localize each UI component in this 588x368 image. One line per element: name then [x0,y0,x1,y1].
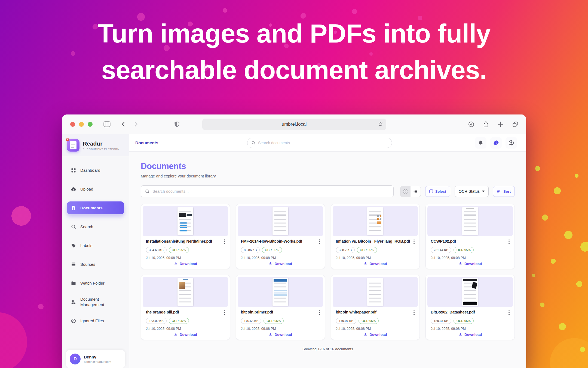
thumbnail-page [462,278,478,306]
back-icon[interactable] [120,121,126,127]
kebab-menu-icon[interactable] [509,239,510,244]
download-link[interactable]: Download [236,262,325,266]
reload-icon[interactable] [378,122,383,127]
kebab-menu-icon[interactable] [319,239,320,244]
topbar-search[interactable] [247,138,392,148]
document-thumbnail [333,206,418,236]
topbar-search-input[interactable] [258,141,388,145]
download-link[interactable]: Download [331,333,420,337]
sidebar-item-label: Upload [80,186,93,192]
documents-search[interactable] [141,185,394,197]
kebab-menu-icon[interactable] [224,239,225,244]
document-date: Jul 10, 2025, 09:08 PM [146,327,225,331]
grid-view-icon [403,189,408,194]
document-date: Jul 10, 2025, 09:08 PM [431,256,510,260]
sidebar-item-sources[interactable]: Sources [67,258,124,271]
theme-toggle-button[interactable] [490,137,502,149]
card-body: the orange pill.pdf 183.02 KB OCR 95% Ju… [143,307,228,331]
card-body: bitcoin.primer.pdf 176.66 KB OCR 95% Jul… [238,307,323,331]
close-window-button[interactable] [70,122,75,127]
download-link[interactable]: Download [331,262,420,266]
document-card[interactable]: FMF-2014-How-Bitcoin-Works.pdf 86.86 KB … [236,204,325,269]
download-icon [268,262,272,266]
thumb-decor [277,209,283,209]
topbar-actions [475,137,517,149]
grid-view-button[interactable] [400,186,411,197]
sidebar-item-labels[interactable]: Labels [67,239,124,252]
kebab-menu-icon[interactable] [224,310,225,315]
download-link[interactable]: Download [141,262,230,266]
thumb-decor [466,209,474,209]
ocr-badge: OCR 95% [454,247,474,253]
download-link[interactable]: Download [426,262,514,266]
user-gear-icon [71,299,76,305]
download-icon [458,333,463,337]
thumb-decor [187,214,192,216]
address-bar[interactable]: umbrel.local [202,119,386,130]
download-icon[interactable] [468,121,474,128]
kebab-menu-icon[interactable] [414,239,415,244]
kebab-menu-icon[interactable] [319,310,320,315]
notifications-button[interactable] [475,137,486,149]
ocr-status-dropdown[interactable]: OCR Status [455,186,489,197]
share-icon[interactable] [483,121,489,128]
forward-icon[interactable] [133,121,139,127]
tab-overview-icon[interactable] [512,121,519,128]
document-card[interactable]: Inflation vs. Bitcoin_ Flyer lang_RGB.pd… [331,204,420,269]
thumb-decor [274,292,287,294]
browser-toolbar: umbrel.local [62,114,526,134]
label-tag-icon [71,243,76,248]
zoom-window-button[interactable] [88,122,93,127]
user-card[interactable]: D Denny admin@readur.com [66,350,125,368]
sidebar-toggle-icon[interactable] [103,121,111,127]
new-tab-icon[interactable] [497,121,504,128]
sort-button[interactable]: Sort [493,186,515,197]
document-name: bitcoin.primer.pdf [241,310,273,314]
select-button[interactable]: Select [425,186,450,197]
sidebar-item-watch-folder[interactable]: Watch Folder [67,277,124,289]
document-name: FMF-2014-How-Bitcoin-Works.pdf [241,239,302,243]
sidebar-item-label: Sources [80,262,95,267]
ocr-badge: OCR 95% [262,247,282,253]
thumbnail-page [367,278,383,306]
kebab-menu-icon[interactable] [414,310,415,315]
sidebar-item-label: Dashboard [80,168,100,173]
download-link[interactable]: Download [236,333,325,337]
kebab-menu-icon[interactable] [509,310,510,315]
download-icon [174,333,178,337]
thumbnail-page [367,207,383,235]
thumb-decor [274,290,287,291]
download-label: Download [274,333,292,337]
breadcrumb[interactable]: Documents [135,140,158,145]
user-info: Denny admin@readur.com [84,355,111,363]
minimize-window-button[interactable] [79,122,84,127]
account-button[interactable] [506,137,517,149]
shield-icon[interactable] [174,121,180,128]
document-card[interactable]: CCWP102.pdf 231.44 KB OCR 95% Jul 10, 20… [425,204,515,269]
search-icon [71,224,76,230]
document-card[interactable]: the orange pill.pdf 183.02 KB OCR 95% Ju… [141,275,230,340]
thumb-decor [380,215,381,217]
list-view-button[interactable] [411,186,421,197]
document-thumbnail [427,206,513,236]
document-card[interactable]: bitcoin whitepaper.pdf 179.97 KB OCR 95%… [331,275,420,340]
download-link[interactable]: Download [426,333,514,337]
download-label: Download [274,262,292,266]
document-card[interactable]: bitcoin.primer.pdf 176.66 KB OCR 95% Jul… [236,275,325,340]
sidebar-item-dashboard[interactable]: Dashboard [67,164,124,177]
sidebar-item-document-management[interactable]: Document Management [67,295,121,308]
document-icon [71,205,76,211]
ocr-status-label: OCR Status [459,189,480,194]
sidebar-item-search[interactable]: Search [67,220,124,233]
sidebar-item-upload[interactable]: Upload [67,183,124,195]
sidebar-item-documents[interactable]: Documents [67,201,124,214]
logo-page-decor [70,141,76,149]
documents-search-input[interactable] [152,189,390,194]
sidebar-item-ignored-files[interactable]: Ignored Files [67,314,124,327]
document-card[interactable]: Installationsanleitung NerdMiner.pdf 364… [141,204,230,269]
size-badge: 176.66 KB [241,318,262,324]
document-thumbnail [333,277,418,307]
caret-down-icon [482,191,485,194]
download-link[interactable]: Download [141,333,230,337]
document-card[interactable]: BitBox02_Datasheet.pdf 189.37 KB OCR 95%… [425,275,515,340]
